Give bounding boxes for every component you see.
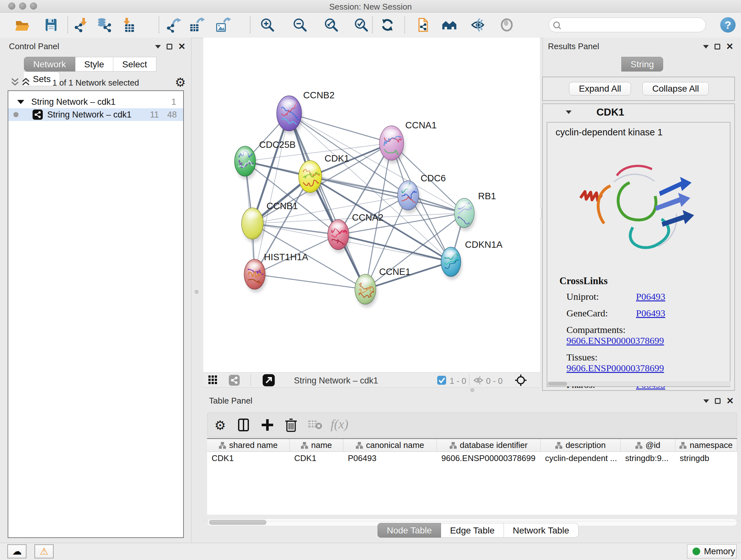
- crosslink-label: Tissues:: [566, 352, 636, 363]
- table-tab-edge-table[interactable]: Edge Table: [441, 523, 504, 538]
- tab-select[interactable]: Select: [113, 57, 156, 71]
- grid-view-icon[interactable]: [208, 375, 218, 385]
- warning-status-button[interactable]: ⚠: [35, 544, 54, 558]
- import-network-button[interactable]: [74, 17, 89, 33]
- crosslink-value-link[interactable]: 9606.ENSP00000378699: [566, 335, 664, 346]
- collapse-all-button[interactable]: Collapse All: [643, 82, 709, 96]
- node-gloss: [238, 149, 252, 158]
- table-settings-gear-icon[interactable]: ⚙: [214, 418, 226, 433]
- show-glass-eye-button[interactable]: [499, 17, 515, 33]
- network-share-view-icon[interactable]: [229, 375, 240, 386]
- results-tab-string[interactable]: String: [621, 57, 663, 71]
- string-import-button[interactable]: [416, 17, 431, 33]
- column-header-name[interactable]: name: [290, 439, 343, 452]
- panel-menu-icon[interactable]: [703, 399, 709, 403]
- column-header-namespace[interactable]: namespace: [675, 439, 737, 452]
- help-button[interactable]: ?: [720, 17, 736, 33]
- delete-column-trash-icon[interactable]: [284, 417, 298, 432]
- hide-glass-eye-button[interactable]: [470, 17, 485, 33]
- network-node-CCNB1[interactable]: [242, 208, 263, 239]
- results-hscrollbar[interactable]: [547, 381, 731, 386]
- panel-close-icon[interactable]: ✕: [178, 44, 185, 50]
- tab-style[interactable]: Style: [75, 57, 113, 71]
- search-input[interactable]: [564, 19, 699, 30]
- left-splitter-handle[interactable]: [195, 290, 199, 294]
- panel-close-icon[interactable]: ✕: [726, 398, 734, 404]
- open-in-window-icon[interactable]: [263, 374, 275, 386]
- network-edge[interactable]: [338, 235, 451, 262]
- network-node-CCNB2[interactable]: [277, 96, 311, 131]
- import-network-from-database-button[interactable]: [97, 17, 112, 33]
- collection-expander-icon[interactable]: [17, 100, 24, 104]
- network-label: String Network – cdk1: [47, 110, 131, 120]
- tab-network[interactable]: Network: [24, 57, 75, 71]
- panel-float-icon[interactable]: [715, 398, 721, 404]
- show-columns-icon[interactable]: [237, 418, 251, 432]
- zoom-fit-button[interactable]: [324, 17, 339, 33]
- network-node-CCNA1[interactable]: [380, 126, 415, 160]
- network-node-CCNE1[interactable]: [355, 274, 388, 304]
- network-collection-row[interactable]: String Network – cdk1 1: [8, 96, 183, 108]
- memory-button[interactable]: Memory: [687, 544, 737, 558]
- network-canvas[interactable]: CCNB2CCNA1CDC25BCDK1CDC6RB1CCNB1CCNA2CDK…: [203, 38, 540, 372]
- toolbar-separator: [158, 17, 159, 33]
- gene-section-header[interactable]: CDK1: [543, 104, 734, 120]
- panel-float-icon[interactable]: [166, 44, 172, 50]
- panel-float-icon[interactable]: [715, 44, 720, 50]
- refresh-button[interactable]: [380, 17, 395, 33]
- column-header-shared-name[interactable]: shared name: [207, 439, 290, 452]
- expand-all-button[interactable]: Expand All: [569, 82, 631, 96]
- bottom-splitter-handle[interactable]: [470, 388, 474, 392]
- table-hscrollbar-thumb[interactable]: [209, 520, 266, 525]
- table-row[interactable]: CDK1CDK1P064939606.ENSP00000378699cyclin…: [207, 452, 737, 464]
- fit-selected-crosshair-icon[interactable]: [515, 374, 527, 386]
- network-edge[interactable]: [255, 113, 289, 274]
- panel-menu-icon[interactable]: [155, 45, 161, 49]
- save-session-button[interactable]: [44, 17, 59, 33]
- panel-menu-icon[interactable]: [703, 45, 709, 49]
- table-tab-network-table[interactable]: Network Table: [504, 523, 579, 538]
- table-panel-title: Table Panel: [209, 396, 253, 406]
- node-gloss: [302, 164, 318, 173]
- export-network-button[interactable]: [166, 17, 181, 33]
- network-edge[interactable]: [253, 224, 338, 235]
- column-header-label: canonical name: [366, 440, 424, 450]
- column-header-database-identifier[interactable]: database identifier: [437, 439, 541, 452]
- network-edge[interactable]: [289, 113, 392, 143]
- network-graph[interactable]: CCNB2CCNA1CDC25BCDK1CDC6RB1CCNB1CCNA2CDK…: [203, 38, 540, 372]
- panel-close-icon[interactable]: ✕: [726, 44, 733, 50]
- crosslink-value-link[interactable]: P06493: [636, 291, 665, 302]
- column-header-canonical-name[interactable]: canonical name: [343, 439, 437, 452]
- open-session-button[interactable]: [15, 17, 30, 33]
- export-table-button[interactable]: [190, 17, 205, 33]
- network-node-CDK1[interactable]: [299, 161, 336, 192]
- results-hscrollbar-thumb[interactable]: [548, 382, 567, 386]
- crosslink-value-link[interactable]: P06493: [636, 308, 665, 318]
- import-table-button[interactable]: [120, 17, 135, 33]
- export-image-button[interactable]: [216, 17, 231, 33]
- network-options-gear-icon[interactable]: ⚙: [175, 75, 186, 89]
- table-tab-node-table[interactable]: Node Table: [378, 523, 441, 538]
- column-header-description[interactable]: description: [541, 439, 621, 452]
- network-node-HIST1H1A[interactable]: [244, 259, 279, 289]
- table-cell: CDK1: [290, 452, 343, 464]
- crosslinks-title: CrossLinks: [559, 275, 730, 287]
- collection-count: 1: [172, 97, 176, 107]
- network-edge[interactable]: [255, 274, 365, 289]
- search-box[interactable]: [549, 17, 706, 32]
- function-builder-icon[interactable]: f(x): [331, 417, 348, 432]
- zoom-out-button[interactable]: [292, 17, 308, 33]
- add-column-icon[interactable]: [260, 418, 274, 432]
- column-header-@id[interactable]: @id: [621, 439, 675, 452]
- crosslinks-rows: Uniprot:P06493GeneCard:P06493Compartment…: [566, 291, 730, 390]
- zoom-selected-button[interactable]: [354, 17, 369, 33]
- hidden-eye-slash-icon[interactable]: [473, 375, 483, 385]
- cloud-status-button[interactable]: ☁: [7, 544, 26, 558]
- network-row[interactable]: String Network – cdk1 11 48: [8, 108, 183, 121]
- delete-table-icon[interactable]: [308, 420, 322, 430]
- selected-checkbox-icon[interactable]: [437, 376, 446, 385]
- zoom-in-button[interactable]: [260, 17, 275, 33]
- crosslink-value-link[interactable]: 9606.ENSP00000378699: [566, 363, 664, 373]
- string-home-button[interactable]: [442, 17, 457, 33]
- gene-expander-icon[interactable]: [566, 111, 571, 114]
